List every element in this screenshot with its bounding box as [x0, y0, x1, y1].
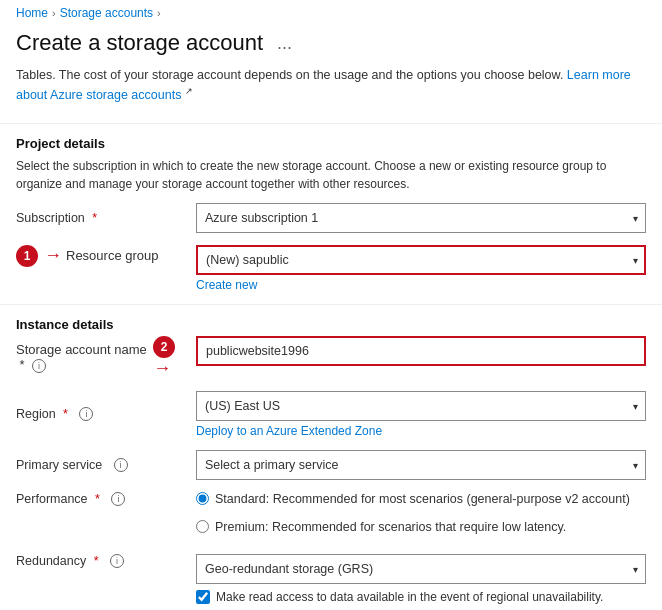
redundancy-control: Geo-redundant storage (GRS) ▾ Make read … [196, 554, 646, 604]
subscription-control: Azure subscription 1 ▾ [196, 203, 646, 233]
performance-standard-label: Standard: Recommended for most scenarios… [215, 492, 630, 506]
performance-label: Performance * i [16, 492, 196, 506]
redundancy-select[interactable]: Geo-redundant storage (GRS) [196, 554, 646, 584]
read-access-label: Make read access to data available in th… [216, 590, 603, 604]
project-details-title: Project details [0, 130, 662, 155]
storage-name-info-icon[interactable]: i [32, 359, 46, 373]
deploy-link[interactable]: Deploy to an Azure Extended Zone [196, 424, 646, 438]
storage-name-input[interactable] [196, 336, 646, 366]
resource-group-label: Resource group [66, 248, 159, 263]
performance-standard-radio[interactable] [196, 492, 209, 505]
read-access-checkbox[interactable] [196, 590, 210, 604]
resource-group-control: (New) sapublic ▾ Create new [196, 245, 646, 292]
breadcrumb-storage[interactable]: Storage accounts [60, 6, 153, 20]
performance-premium-option[interactable]: Premium: Recommended for scenarios that … [196, 520, 646, 534]
annotation-arrow-1: → [44, 245, 62, 266]
breadcrumb: Home › Storage accounts › [0, 0, 662, 26]
annotation-badge-2: 2 → [153, 336, 196, 379]
performance-standard-option[interactable]: Standard: Recommended for most scenarios… [196, 492, 646, 506]
ellipsis-button[interactable]: ... [271, 31, 298, 56]
storage-name-label: Storage account name * i [16, 342, 147, 373]
performance-info-icon[interactable]: i [111, 492, 125, 506]
subscription-row: Subscription * Azure subscription 1 ▾ [16, 203, 646, 233]
redundancy-label: Redundancy * i [16, 554, 196, 568]
performance-row: Performance * i Standard: Recommended fo… [16, 492, 646, 542]
primary-service-info-icon[interactable]: i [114, 458, 128, 472]
intro-text: Tables. The cost of your storage account… [0, 66, 662, 117]
region-row: Region * i (US) East US ▾ Deploy to an A… [16, 391, 646, 438]
redundancy-info-icon[interactable]: i [110, 554, 124, 568]
annotation-badge-1: 1 [16, 245, 38, 267]
read-access-checkbox-row[interactable]: Make read access to data available in th… [196, 590, 646, 604]
create-new-link[interactable]: Create new [196, 278, 646, 292]
region-control: (US) East US ▾ Deploy to an Azure Extend… [196, 391, 646, 438]
project-details-desc: Select the subscription in which to crea… [0, 155, 662, 203]
region-info-icon[interactable]: i [79, 407, 93, 421]
performance-control: Standard: Recommended for most scenarios… [196, 492, 646, 542]
region-label: Region * i [16, 407, 196, 421]
region-select[interactable]: (US) East US [196, 391, 646, 421]
instance-details-title: Instance details [0, 311, 662, 336]
page-header: Create a storage account ... [0, 26, 662, 66]
performance-premium-label: Premium: Recommended for scenarios that … [215, 520, 566, 534]
performance-premium-radio[interactable] [196, 520, 209, 533]
storage-name-control [196, 336, 646, 366]
resource-group-row: 1 → Resource group (New) sapublic ▾ Crea… [16, 245, 646, 292]
redundancy-row: Redundancy * i Geo-redundant storage (GR… [16, 554, 646, 604]
primary-service-control: Select a primary service ▾ [196, 450, 646, 480]
subscription-label: Subscription * [16, 211, 196, 225]
resource-group-select[interactable]: (New) sapublic [196, 245, 646, 275]
primary-service-label: Primary service i [16, 458, 196, 472]
page-title: Create a storage account [16, 30, 263, 56]
primary-service-select[interactable]: Select a primary service [196, 450, 646, 480]
subscription-select[interactable]: Azure subscription 1 [196, 203, 646, 233]
primary-service-row: Primary service i Select a primary servi… [16, 450, 646, 480]
storage-name-row: Storage account name * i 2 → [16, 336, 646, 379]
breadcrumb-home[interactable]: Home [16, 6, 48, 20]
